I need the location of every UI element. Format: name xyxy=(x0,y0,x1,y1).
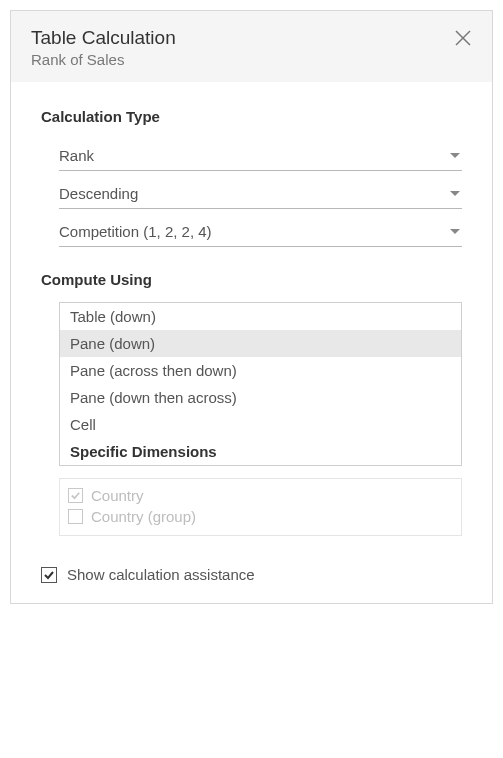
sort-order-select[interactable]: Descending xyxy=(59,177,462,209)
calculation-type-selects: Rank Descending Competition (1, 2, 2, 4) xyxy=(41,139,462,247)
dialog-header: Table Calculation Rank of Sales xyxy=(11,11,492,82)
close-button[interactable] xyxy=(452,27,474,49)
dimensions-box: Country Country (group) xyxy=(59,478,462,536)
dimension-label: Country (group) xyxy=(91,508,196,525)
dialog-subtitle: Rank of Sales xyxy=(31,51,472,68)
list-item[interactable]: Specific Dimensions xyxy=(60,438,461,465)
rank-style-select[interactable]: Competition (1, 2, 2, 4) xyxy=(59,215,462,247)
table-calculation-dialog: Table Calculation Rank of Sales Calculat… xyxy=(10,10,493,604)
list-item[interactable]: Pane (down) xyxy=(60,330,461,357)
assistance-row: Show calculation assistance xyxy=(41,566,462,583)
close-icon xyxy=(454,29,472,47)
compute-using-listbox[interactable]: Table (down) Pane (down) Pane (across th… xyxy=(59,302,462,466)
dimension-row: Country xyxy=(68,485,453,506)
checkmark-icon xyxy=(43,569,55,581)
assistance-checkbox[interactable] xyxy=(41,567,57,583)
dimension-checkbox xyxy=(68,488,83,503)
calculation-type-label: Calculation Type xyxy=(41,108,462,125)
dimension-row: Country (group) xyxy=(68,506,453,527)
list-item[interactable]: Pane (across then down) xyxy=(60,357,461,384)
compute-using-label: Compute Using xyxy=(41,271,462,288)
dimension-label: Country xyxy=(91,487,144,504)
select-value: Descending xyxy=(59,185,138,202)
chevron-down-icon xyxy=(450,191,460,196)
compute-using-area: Table (down) Pane (down) Pane (across th… xyxy=(41,302,462,536)
select-value: Competition (1, 2, 2, 4) xyxy=(59,223,212,240)
list-item[interactable]: Pane (down then across) xyxy=(60,384,461,411)
select-value: Rank xyxy=(59,147,94,164)
chevron-down-icon xyxy=(450,229,460,234)
dialog-title: Table Calculation xyxy=(31,27,472,49)
calc-type-select[interactable]: Rank xyxy=(59,139,462,171)
list-item[interactable]: Cell xyxy=(60,411,461,438)
checkmark-icon xyxy=(70,490,81,501)
chevron-down-icon xyxy=(450,153,460,158)
list-item[interactable]: Table (down) xyxy=(60,303,461,330)
dimension-checkbox xyxy=(68,509,83,524)
assistance-label: Show calculation assistance xyxy=(67,566,255,583)
dialog-body: Calculation Type Rank Descending Competi… xyxy=(11,82,492,603)
